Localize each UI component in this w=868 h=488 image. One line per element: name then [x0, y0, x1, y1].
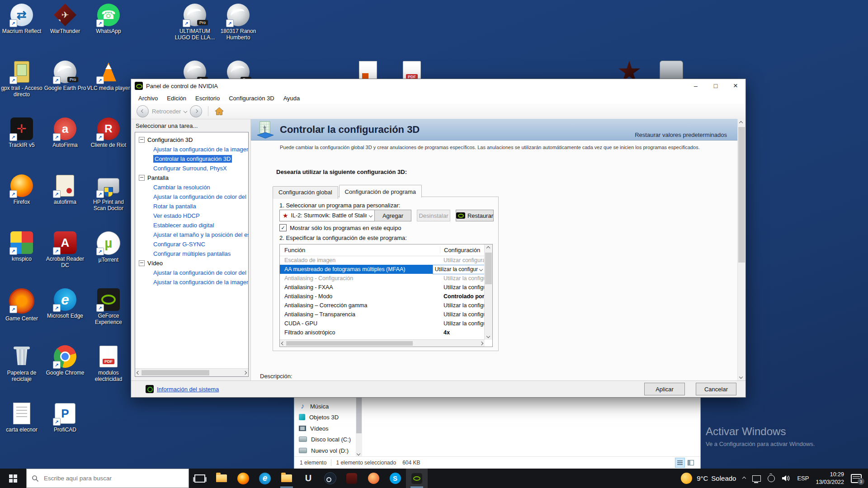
explorer-sidebar-scrollbar[interactable]	[356, 397, 362, 457]
volume-icon[interactable]	[782, 475, 790, 482]
table-row[interactable]: Antialiasing - FXAAUtilizar la configura…	[280, 283, 485, 292]
taskbar-app-uplay[interactable]: U	[297, 469, 319, 488]
scrollbar-thumb[interactable]	[485, 253, 492, 284]
collapse-icon[interactable]	[139, 175, 145, 181]
scroll-left-icon[interactable]	[137, 371, 140, 374]
desktop-icon-gpx-trail[interactable]: gpx trail - Acceso directo	[0, 61, 43, 98]
desktop-icon-game-center[interactable]: Game Center	[0, 288, 43, 322]
tree-item-tamano-posicion[interactable]: Ajustar el tamaño y la posición del escr…	[137, 230, 248, 239]
weather-widget[interactable]: 9°CSoleado	[681, 473, 736, 484]
tree-item-cambiar-resolucion[interactable]: Cambiar la resolución	[137, 183, 248, 192]
collapse-icon[interactable]	[139, 260, 145, 266]
clock[interactable]: 10:29 13/03/2022	[816, 471, 844, 486]
sidebar-item-disco-local-c[interactable]: Disco local (C:)	[299, 434, 351, 444]
table-row[interactable]: Antialiasing – TransparenciaUtilizar la …	[280, 310, 485, 319]
taskbar-app-skype[interactable]: S	[384, 469, 406, 488]
table-row[interactable]: Antialiasing - ModoControlado por la	[280, 292, 485, 301]
table-row[interactable]: Filtrado anisotrópico4x	[280, 328, 485, 337]
collapse-icon[interactable]	[139, 137, 145, 143]
task-view-button[interactable]	[189, 469, 211, 488]
title-bar[interactable]: Panel de control de NVIDIA – □ ×	[131, 79, 745, 93]
desktop-icon-ranon[interactable]: 180317 Ranon Humberto	[217, 4, 260, 41]
tree-item-color-escritorio[interactable]: Ajustar la configuración de color del es…	[137, 192, 248, 202]
desktop-icon-carta-elecnor[interactable]: carta elecnor	[0, 402, 43, 433]
table-row[interactable]: Antialiasing - ConfiguraciónUtilizar la …	[280, 274, 485, 283]
ime-language-icon[interactable]	[768, 475, 775, 482]
menu-ayuda[interactable]: Ayuda	[279, 95, 305, 102]
desktop-icon-hp-print-scan[interactable]: HP Print and Scan Doctor	[87, 174, 130, 212]
taskbar-app-nvidia-active[interactable]	[406, 469, 428, 488]
scroll-up-icon[interactable]	[739, 121, 743, 125]
system-info-link[interactable]: Información del sistema	[146, 385, 219, 393]
scrollbar-thumb[interactable]	[286, 341, 413, 346]
taskbar-app-steam[interactable]	[319, 469, 341, 488]
desktop-icon-riot-client[interactable]: Cliente de Riot	[87, 117, 130, 148]
scroll-up-icon[interactable]	[486, 246, 490, 250]
desktop-icon-modulos-pdf[interactable]: PDFmodulos electricidad	[87, 345, 130, 383]
tray-expand-icon[interactable]	[742, 476, 746, 480]
tree-item-controlar-configuracion-3d[interactable]: Controlar la configuración 3D	[137, 154, 248, 164]
content-vertical-scrollbar[interactable]	[737, 119, 745, 381]
cancel-button[interactable]: Cancelar	[696, 383, 736, 395]
tree-item-multiples-pantallas[interactable]: Configurar múltiples pantallas	[137, 249, 248, 258]
desktop-icon-proficad[interactable]: ProfiCAD	[43, 402, 87, 433]
minimize-button[interactable]: –	[686, 79, 706, 93]
desktop-icon-acrobat[interactable]: Acrobat Reader DC	[43, 231, 87, 269]
tree-group-configuracion-3d[interactable]: Configuración 3D	[137, 135, 248, 145]
scroll-down-icon[interactable]	[486, 334, 490, 338]
desktop-icon-vlc[interactable]: VLC media player	[87, 61, 130, 91]
tree-item-configurar-gsync[interactable]: Configurar G-SYNC	[137, 239, 248, 249]
scroll-down-icon[interactable]	[357, 452, 360, 455]
apply-button[interactable]: Aplicar	[644, 383, 685, 395]
home-icon[interactable]	[214, 107, 224, 116]
desktop-icon-ultimatum[interactable]: ProULTIMATUM LUGO DE LLA...	[173, 4, 217, 41]
back-button[interactable]	[137, 105, 149, 117]
sidebar-item-videos[interactable]: Vídeos	[299, 423, 328, 433]
desktop-icon-warthunder[interactable]: WarThunder	[43, 4, 87, 34]
network-icon[interactable]	[752, 475, 761, 482]
tree-item-color-video[interactable]: Ajustar la configuración de color del ví…	[137, 268, 248, 277]
show-only-programs-checkbox[interactable]: ✓ Mostrar sólo los programas en este equ…	[279, 224, 401, 231]
taskbar-app-orange[interactable]	[363, 469, 384, 488]
language-indicator[interactable]: ESP	[797, 475, 809, 482]
tree-item-imagen-video[interactable]: Ajustar la configuración de la imagen de…	[137, 277, 248, 287]
sidebar-item-nuevo-vol-d[interactable]: Nuevo vol (D:)	[299, 446, 349, 455]
scroll-left-icon[interactable]	[281, 341, 285, 345]
menu-archivo[interactable]: Archivo	[134, 95, 162, 102]
program-select[interactable]: ★ IL-2: Sturmovik: Battle of Stalin...	[279, 210, 375, 221]
desktop-icon-edge[interactable]: Microsoft Edge	[43, 288, 87, 319]
menu-edicion[interactable]: Edición	[162, 95, 191, 102]
search-input[interactable]	[43, 474, 171, 482]
tree-item-audio-digital[interactable]: Establecer audio digital	[137, 221, 248, 230]
table-row-selected[interactable]: AA muestreado de fotogramas múltiples (M…	[280, 265, 485, 274]
tab-configuracion-de-programa[interactable]: Configuración de programa	[339, 185, 422, 197]
maximize-button[interactable]: □	[706, 79, 726, 93]
taskbar-app-explorer[interactable]	[211, 469, 232, 488]
restore-button[interactable]: Restaurar	[456, 210, 494, 221]
menu-configuracion-3d[interactable]: Configuración 3D	[224, 95, 278, 102]
desktop-icon-trackir[interactable]: TrackIR v5	[0, 117, 43, 148]
scrollbar-thumb[interactable]	[356, 397, 362, 433]
back-dropdown-icon[interactable]	[184, 109, 187, 113]
tree-item-ajustar-imagen[interactable]: Ajustar la configuración de la imagen co…	[137, 145, 248, 154]
table-row[interactable]: CUDA - GPUUtilizar la configuració	[280, 319, 485, 328]
desktop-icon-autofirma-doc[interactable]: autofirma	[43, 174, 87, 205]
menu-escritorio[interactable]: Escritorio	[191, 95, 224, 102]
desktop-icon-whatsapp[interactable]: WhatsApp	[87, 4, 130, 34]
scroll-right-icon[interactable]	[480, 341, 483, 345]
sidebar-item-objetos-3d[interactable]: Objetos 3D	[299, 412, 339, 422]
desktop-icon-utorrent[interactable]: µTorrent	[87, 231, 130, 263]
table-vertical-scrollbar[interactable]	[484, 244, 492, 340]
tree-item-rotar-pantalla[interactable]: Rotar la pantalla	[137, 202, 248, 211]
setting-value-select[interactable]: Utilizar la configur	[433, 265, 485, 274]
table-row[interactable]: Escalado de imagenUtilizar configuración	[280, 256, 485, 265]
tree-group-pantalla[interactable]: Pantalla	[137, 173, 248, 183]
uninstall-button[interactable]: Desinstalar	[417, 210, 450, 221]
notification-center-icon[interactable]: 3	[851, 474, 862, 483]
taskbar-search[interactable]	[26, 469, 189, 488]
taskbar-app-firefox[interactable]	[232, 469, 254, 488]
tree-horizontal-scrollbar[interactable]	[135, 368, 248, 376]
forward-button[interactable]	[190, 105, 202, 117]
desktop-icon-chrome[interactable]: Google Chrome	[43, 345, 87, 376]
desktop-icon-recycle-bin[interactable]: Papelera de reciclaje	[0, 345, 43, 383]
